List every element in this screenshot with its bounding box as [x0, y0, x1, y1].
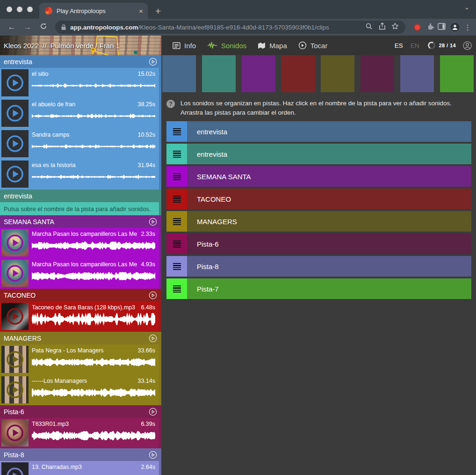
clip-thumbnail[interactable] [1, 260, 29, 287]
new-tab-button[interactable]: + [155, 6, 161, 17]
clip-main: el abuelo de fran 38.25s [32, 98, 155, 122]
breadcrumb: Kleos 2022 // Pulmón verde / Fran 1 [4, 36, 120, 55]
drag-handle-icon [173, 128, 181, 135]
track-drag-handle[interactable] [166, 211, 187, 232]
track-name: SEMANA SANTA [4, 218, 54, 226]
track-drag-handle[interactable] [166, 189, 187, 209]
clip-thumbnail[interactable] [1, 346, 29, 373]
clip-duration: 38.25s [137, 101, 155, 108]
bookmark-star-icon[interactable] [390, 22, 400, 32]
clip-duration: 10.52s [137, 132, 155, 138]
track-header[interactable]: Pista-8 [0, 448, 161, 461]
recording-indicator-icon[interactable] [414, 24, 421, 31]
clip-thumbnail[interactable] [1, 229, 29, 256]
clip-row[interactable]: Marcha Pasan los campanilleros Las Mejor… [0, 228, 159, 258]
track-drag-handle[interactable] [166, 121, 187, 142]
close-window-button[interactable] [7, 7, 12, 12]
reload-button[interactable] [36, 22, 50, 32]
clip-row[interactable]: Marcha Pasan los campanilleros Las Mejor… [0, 258, 159, 289]
track-row[interactable]: SEMANA SANTA [166, 166, 471, 187]
share-icon[interactable] [377, 22, 387, 32]
tab-info[interactable]: Info [173, 42, 196, 50]
track-color-swatch[interactable] [162, 55, 196, 92]
track-header[interactable]: Pista-6 [0, 405, 161, 418]
address-bar[interactable]: app.antropoloops.com/Kleos-Santa-Marina/… [55, 21, 405, 34]
track-drag-handle[interactable] [166, 256, 187, 277]
clip-row[interactable]: 13. Charradas.mp3 2.64s [0, 461, 159, 475]
track-row-label: MANAGERS [187, 211, 471, 232]
profile-avatar[interactable] [450, 22, 460, 32]
track-color-swatch[interactable] [281, 55, 315, 92]
track-drag-handle[interactable] [166, 144, 187, 164]
clip-thumbnail[interactable] [1, 376, 29, 403]
clip-row[interactable]: esa es la historia 31.94s [0, 159, 159, 190]
clip-row[interactable]: ------Los Mananagers 33.14s [0, 375, 159, 405]
track-row[interactable]: Pista-8 [166, 256, 471, 277]
clip-row[interactable]: Taconeo de Sara Baras (128 kbps).mp3 6.4… [0, 301, 159, 332]
track-drag-handle[interactable] [166, 166, 187, 187]
track-row[interactable]: entrevista [166, 144, 471, 164]
track-play-button[interactable] [149, 451, 157, 459]
browser-tab[interactable]: Play Antropoloops × [39, 3, 148, 19]
tab-close-icon[interactable]: × [139, 7, 143, 15]
track-play-button[interactable] [149, 58, 157, 66]
minimize-window-button[interactable] [17, 7, 22, 12]
track-play-button[interactable] [149, 291, 157, 300]
track-row[interactable]: Pista-6 [166, 234, 471, 254]
header-right: ES EN 28 / 14 [391, 41, 476, 51]
clip-thumbnail[interactable] [1, 130, 29, 157]
lang-en-button[interactable]: EN [407, 42, 423, 49]
track-row[interactable]: entrevista [166, 121, 471, 142]
track-drag-handle[interactable] [166, 234, 187, 254]
track-color-swatch[interactable] [242, 55, 275, 92]
tab-search-chevron-icon[interactable]: ⌄ [464, 4, 469, 11]
clip-row[interactable]: el abuelo de fran 38.25s [0, 98, 159, 129]
track-row[interactable]: TACONEO [166, 189, 471, 209]
track-color-swatch[interactable] [202, 55, 236, 92]
tab-mapa[interactable]: Mapa [258, 42, 287, 50]
track-color-swatch[interactable] [361, 55, 394, 92]
track-header[interactable]: TACONEO [0, 289, 161, 301]
clip-thumbnail[interactable] [1, 69, 29, 96]
clip-row[interactable]: Pata Negra - Los Managers 33.66s [0, 344, 159, 375]
tab-tocar[interactable]: Tocar [298, 41, 328, 50]
extensions-puzzle-icon[interactable] [426, 22, 435, 32]
project-banner[interactable]: Kleos 2022 // Pulmón verde / Fran 1 [0, 36, 161, 55]
clip-thumbnail[interactable] [1, 161, 29, 188]
track-play-button[interactable] [149, 218, 157, 226]
browser-menu-icon[interactable]: ⋮ [464, 23, 471, 32]
clip-thumbnail[interactable] [1, 303, 29, 330]
window-controls[interactable] [0, 0, 39, 19]
clip-thumbnail[interactable] [1, 462, 29, 475]
clip-main: 13. Charradas.mp3 2.64s [32, 461, 155, 475]
tab-sonidos[interactable]: Sonidos [207, 42, 246, 50]
forward-button[interactable]: → [21, 22, 35, 32]
clip-row[interactable]: el sitio 15.02s [0, 68, 159, 98]
track-row[interactable]: Pista-7 [166, 278, 471, 299]
track-color-swatch[interactable] [321, 55, 354, 92]
clip-row[interactable]: Sandra camps 10.52s [0, 129, 159, 159]
clip-thumbnail[interactable] [1, 100, 29, 127]
track-row[interactable]: MANAGERS [166, 211, 471, 232]
loading-spinner-icon [427, 41, 436, 50]
track-header[interactable]: entrevista [0, 55, 161, 68]
clip-waveform [32, 473, 155, 475]
track-play-button[interactable] [149, 408, 157, 416]
account-icon[interactable] [462, 41, 472, 51]
maximize-window-button[interactable] [27, 7, 33, 12]
track-header[interactable]: MANAGERS [0, 332, 161, 344]
track-color-swatch[interactable] [440, 55, 474, 92]
lang-es-button[interactable]: ES [391, 42, 407, 49]
clip-thumbnail[interactable] [1, 419, 29, 446]
side-panel-icon[interactable] [437, 23, 446, 32]
track-color-swatch[interactable] [400, 55, 434, 92]
track-drag-handle[interactable] [166, 278, 187, 299]
app-header: Kleos 2022 // Pulmón verde / Fran 1 Info… [0, 36, 476, 55]
back-button[interactable]: ← [5, 22, 19, 32]
track-header[interactable]: SEMANA SANTA [0, 215, 161, 228]
track-play-button[interactable] [149, 334, 157, 343]
clip-duration: 2.64s [141, 464, 155, 470]
track-header[interactable]: entrevista [0, 190, 161, 202]
clip-row[interactable]: T633R01.mp3 6.39s [0, 418, 159, 448]
zoom-page-icon[interactable] [364, 22, 374, 32]
